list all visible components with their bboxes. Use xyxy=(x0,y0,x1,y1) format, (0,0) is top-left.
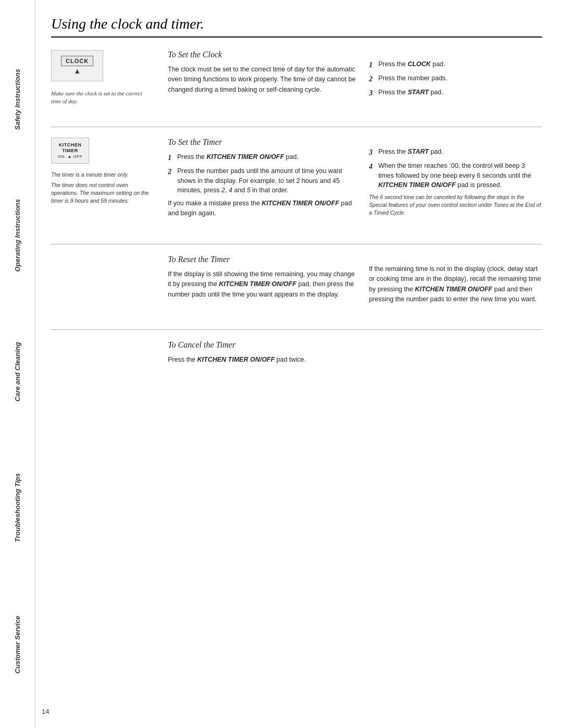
timer-step-2: 2 Press the number pads until the amount… xyxy=(168,166,359,195)
cancel-section: To Cancel the Timer Press the KITCHEN TI… xyxy=(51,340,542,379)
step-num-2: 2 xyxy=(369,73,378,84)
sidebar: Safety Instructions Operating Instructio… xyxy=(0,0,35,728)
clock-section: CLOCK ▲ Make sure the clock is set to th… xyxy=(51,50,542,116)
reset-section-left xyxy=(51,255,155,309)
timer-steps-left-col: To Set the Timer 1 Press the KITCHEN TIM… xyxy=(168,138,359,223)
timer-section: KITCHENTIMER ON ▲ OFF The timer is a min… xyxy=(51,138,542,233)
timer-step-num-2: 2 xyxy=(168,166,177,177)
reset-section-right: To Reset the Timer If the display is sti… xyxy=(168,255,542,309)
clock-caption: Make sure the clock is set to the correc… xyxy=(51,90,145,106)
step-1-text: Press the CLOCK pad. xyxy=(378,59,542,69)
timer-steps-right-col: 3 Press the START pad. 4 When the timer … xyxy=(369,138,542,223)
step-num-3: 3 xyxy=(369,88,378,98)
cancel-body: Press the KITCHEN TIMER ON/OFF pad twice… xyxy=(168,355,359,365)
reset-heading: To Reset the Timer xyxy=(168,255,359,264)
reset-col-left: To Reset the Timer If the display is sti… xyxy=(168,255,359,309)
reset-section: To Reset the Timer If the display is sti… xyxy=(51,255,542,319)
reset-body-left: If the display is still showing the time… xyxy=(168,269,359,300)
timer-note-right: The 6 second tone can be canceled by fol… xyxy=(369,193,542,217)
timer-step-1: 1 Press the KITCHEN TIMER ON/OFF pad. xyxy=(168,152,359,163)
clock-step-3: 3 Press the START pad. xyxy=(369,88,542,98)
section-rule-1 xyxy=(51,127,542,127)
clock-body-col: To Set the Clock The clock must be set t… xyxy=(168,50,359,106)
clock-step-2: 2 Press the number pads. xyxy=(369,73,542,84)
sidebar-item-care: Care and Cleaning xyxy=(0,304,35,440)
section-rule-2 xyxy=(51,244,542,244)
page-number: 14 xyxy=(42,708,49,715)
timer-step-3-text: Press the START pad. xyxy=(378,147,542,157)
timer-step-4: 4 When the timer reaches :00, the contro… xyxy=(369,161,542,190)
timer-step-2-text: Press the number pads until the amount o… xyxy=(177,166,359,195)
sidebar-item-safety: Safety Instructions xyxy=(0,31,35,167)
timer-section-left: KITCHENTIMER ON ▲ OFF The timer is a min… xyxy=(51,138,155,223)
sidebar-item-operating: Operating Instructions xyxy=(0,167,35,303)
sidebar-item-troubleshooting: Troubleshooting Tips xyxy=(0,440,35,576)
timer-step-num-1: 1 xyxy=(168,152,177,163)
timer-mistake-text: If you make a mistake press the KITCHEN … xyxy=(168,199,359,219)
clock-step-1: 1 Press the CLOCK pad. xyxy=(369,59,542,70)
clock-label: CLOCK xyxy=(61,56,93,66)
page-title: Using the clock and timer. xyxy=(51,16,542,32)
step-2-text: Press the number pads. xyxy=(378,73,542,83)
cancel-heading: To Cancel the Timer xyxy=(168,340,359,350)
main-content: Using the clock and timer. CLOCK ▲ Make … xyxy=(35,0,563,396)
clock-heading: To Set the Clock xyxy=(168,50,359,59)
timer-heading: To Set the Timer xyxy=(168,138,359,147)
timer-section-right: To Set the Timer 1 Press the KITCHEN TIM… xyxy=(168,138,542,223)
timer-step-1-text: Press the KITCHEN TIMER ON/OFF pad. xyxy=(177,152,359,162)
section-rule-3 xyxy=(51,329,542,330)
cancel-section-right: To Cancel the Timer Press the KITCHEN TI… xyxy=(168,340,542,369)
reset-col-right: If the remaining time is not in the disp… xyxy=(369,255,542,309)
step-num-1: 1 xyxy=(369,59,378,70)
timer-step-4-text: When the timer reaches :00, the control … xyxy=(378,161,542,190)
clock-body-text: The clock must be set to the correct tim… xyxy=(168,65,359,95)
title-rule xyxy=(51,36,542,38)
timer-step-num-4: 4 xyxy=(369,161,378,172)
timer-step-num-3: 3 xyxy=(369,147,378,158)
timer-step-3: 3 Press the START pad. xyxy=(369,147,542,158)
cancel-col-left: To Cancel the Timer Press the KITCHEN TI… xyxy=(168,340,359,369)
cancel-col-right xyxy=(369,340,542,369)
clock-arrow-icon: ▲ xyxy=(74,67,81,76)
step-3-text: Press the START pad. xyxy=(378,88,542,97)
sidebar-item-customer: Customer Service xyxy=(0,576,35,712)
cancel-section-left xyxy=(51,340,155,369)
timer-label: KITCHENTIMER xyxy=(59,142,82,154)
timer-note-1: The timer is a minute timer only. xyxy=(51,171,155,179)
timer-onoff-label: ON ▲ OFF xyxy=(58,154,82,159)
clock-image-box: CLOCK ▲ xyxy=(51,50,103,81)
timer-image-box: KITCHENTIMER ON ▲ OFF xyxy=(51,138,89,164)
timer-note-2: The timer does not control oven operatio… xyxy=(51,181,155,205)
reset-body-right: If the remaining time is not in the disp… xyxy=(369,264,542,305)
clock-section-left: CLOCK ▲ Make sure the clock is set to th… xyxy=(51,50,155,106)
clock-steps-col: 1 Press the CLOCK pad. 2 Press the numbe… xyxy=(369,50,542,106)
clock-section-right: To Set the Clock The clock must be set t… xyxy=(168,50,542,106)
